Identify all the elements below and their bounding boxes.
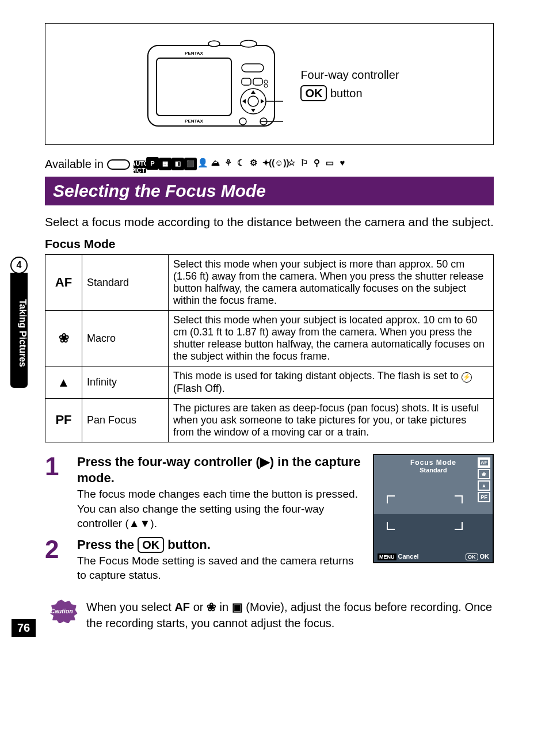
- table-row: ▲InfinityThis mode is used for taking di…: [45, 366, 494, 399]
- mode-icon: ▭: [323, 156, 336, 169]
- svg-rect-7: [242, 78, 251, 85]
- svg-text:PENTAX: PENTAX: [185, 119, 204, 124]
- page-number: 76: [12, 619, 36, 637]
- lcd-menu-badge: MENU: [378, 553, 396, 560]
- movie-icon: ▣: [232, 601, 243, 613]
- focus-mode-name: Pan Focus: [82, 398, 169, 442]
- mode-icon: 👤: [197, 156, 209, 169]
- lcd-icon-af: AF: [478, 457, 490, 468]
- focus-mode-desc: The pictures are taken as deep-focus (pa…: [169, 398, 494, 442]
- mode-icon: ♥: [336, 156, 349, 169]
- svg-rect-6: [242, 64, 264, 72]
- svg-rect-8: [253, 78, 262, 85]
- chapter-side-tab: 4 Taking Pictures: [10, 257, 28, 388]
- focus-mode-name: Standard: [82, 255, 169, 311]
- mode-icon: ◧: [171, 158, 184, 170]
- section-title-bar: Selecting the Focus Mode: [45, 177, 494, 205]
- focus-mode-subhead: Focus Mode: [45, 237, 494, 251]
- mode-icon: ⬛: [184, 158, 197, 170]
- lcd-icon-infinity: ▲: [478, 480, 490, 491]
- camera-illustration: PENTAX PENTAX: [139, 35, 283, 133]
- svg-point-13: [239, 118, 246, 125]
- mode-icon: ((☺)): [273, 156, 285, 169]
- available-modes-row: Available in AUTO PICTP▦◧⬛👤⛰⚘☾⚙✦((☺))☆⚐⚲…: [45, 155, 494, 173]
- svg-point-4: [208, 41, 220, 47]
- table-row: ❀MacroSelect this mode when your subject…: [45, 311, 494, 366]
- mode-icon: ⚐: [298, 156, 311, 169]
- focus-mode-desc: This mode is used for taking distant obj…: [169, 366, 494, 399]
- caution-block: Caution When you select AF or ❀ in ▣ (Mo…: [45, 599, 494, 631]
- lcd-preview: Focus Mode Standard AF ❀ ▲ PF MENUCancel…: [373, 454, 494, 563]
- focus-mode-desc: Select this mode when your subject is lo…: [169, 311, 494, 366]
- camera-callout-labels: Four-way controller OK button: [300, 66, 399, 102]
- mode-icon: ☾: [235, 156, 247, 169]
- mode-icon: ⚘: [222, 156, 235, 169]
- focus-mode-icon: PF: [45, 398, 82, 442]
- lcd-icon-pf: PF: [478, 492, 490, 502]
- step-1-text: The focus mode changes each time the but…: [77, 487, 364, 531]
- step-2-title: Press the OK button.: [77, 537, 364, 553]
- focus-mode-icon: AF: [45, 255, 82, 311]
- ok-button-label: OK: [138, 537, 164, 553]
- table-row: PFPan FocusThe pictures are taken as dee…: [45, 398, 494, 442]
- lcd-focus-icons: AF ❀ ▲ PF: [478, 457, 490, 502]
- focus-mode-name: Macro: [82, 311, 169, 366]
- focus-mode-name: Infinity: [82, 366, 169, 399]
- focus-mode-icon: ▲: [45, 366, 82, 399]
- camera-callout-box: PENTAX PENTAX Four-way controller: [45, 23, 494, 145]
- focus-mode-table: AFStandardSelect this mode when your sub…: [45, 254, 494, 442]
- chapter-number-badge: 4: [10, 257, 28, 274]
- intro-text: Select a focus mode according to the dis…: [45, 213, 494, 230]
- svg-point-5: [241, 40, 257, 47]
- step-number: 1: [45, 454, 67, 531]
- svg-text:Caution: Caution: [50, 608, 73, 614]
- svg-text:PENTAX: PENTAX: [185, 51, 204, 56]
- step-2-text: The Focus Mode setting is saved and the …: [77, 553, 364, 583]
- step-2: 2 Press the OK button. The Focus Mode se…: [45, 537, 364, 583]
- lcd-subtitle: Standard: [374, 467, 493, 474]
- mode-pill-icon: [107, 159, 130, 170]
- step-number: 2: [45, 537, 67, 583]
- lcd-icon-macro: ❀: [478, 469, 490, 479]
- chapter-label: Taking Pictures: [10, 273, 28, 388]
- lcd-cancel-label: Cancel: [398, 553, 419, 560]
- step-1: 1 Press the four-way controller (▶) in t…: [45, 454, 364, 531]
- mode-icon: ▦: [159, 158, 171, 170]
- ok-button-label: OK: [300, 85, 327, 101]
- table-row: AFStandardSelect this mode when your sub…: [45, 255, 494, 311]
- svg-rect-1: [157, 58, 231, 116]
- svg-point-12: [248, 96, 258, 106]
- caution-text: When you select AF or ❀ in ▣ (Movie), ad…: [86, 599, 494, 631]
- focus-mode-icon: ❀: [45, 311, 82, 366]
- mode-icon: ⚙: [247, 156, 260, 169]
- mode-icon: P: [146, 157, 159, 170]
- callout-ok: OK button: [300, 84, 399, 102]
- mode-icon: ⚲: [311, 156, 323, 169]
- caution-icon: Caution: [45, 599, 78, 624]
- mode-icon: AUTO PICT: [134, 161, 146, 173]
- focus-mode-desc: Select this mode when your subject is mo…: [169, 255, 494, 311]
- callout-four-way: Four-way controller: [300, 66, 399, 84]
- available-prefix: Available in: [45, 158, 104, 171]
- lcd-ok-label: OK: [480, 553, 490, 560]
- mode-icon: ☆: [285, 156, 298, 169]
- lcd-ok-badge: OK: [466, 553, 478, 560]
- lcd-title: Focus Mode: [374, 455, 493, 467]
- step-1-title: Press the four-way controller (▶) in the…: [77, 454, 364, 487]
- flash-off-icon: ⚡: [462, 372, 472, 383]
- mode-icon: ⛰: [209, 156, 222, 169]
- macro-icon: ❀: [207, 601, 216, 613]
